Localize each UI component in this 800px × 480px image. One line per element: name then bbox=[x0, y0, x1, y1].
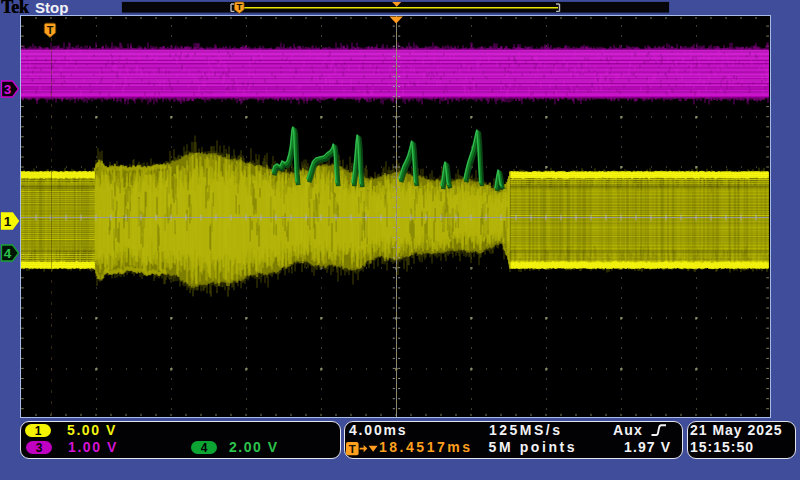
svg-text:T: T bbox=[349, 442, 356, 454]
svg-text:1: 1 bbox=[4, 214, 12, 229]
svg-text:T: T bbox=[47, 24, 54, 36]
svg-text:3: 3 bbox=[4, 82, 12, 97]
svg-text:4: 4 bbox=[4, 246, 12, 261]
